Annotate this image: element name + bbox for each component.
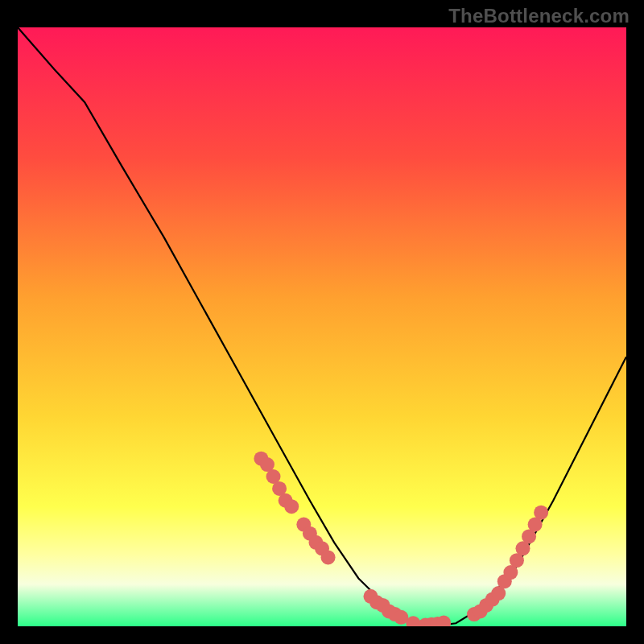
dot (321, 550, 336, 564)
dot (534, 506, 548, 520)
watermark-text: TheBottleneck.com (448, 5, 630, 27)
plot-area (18, 27, 626, 626)
bottleneck-chart (18, 27, 626, 626)
chart-frame: TheBottleneck.com (0, 0, 644, 644)
dot (284, 499, 299, 514)
